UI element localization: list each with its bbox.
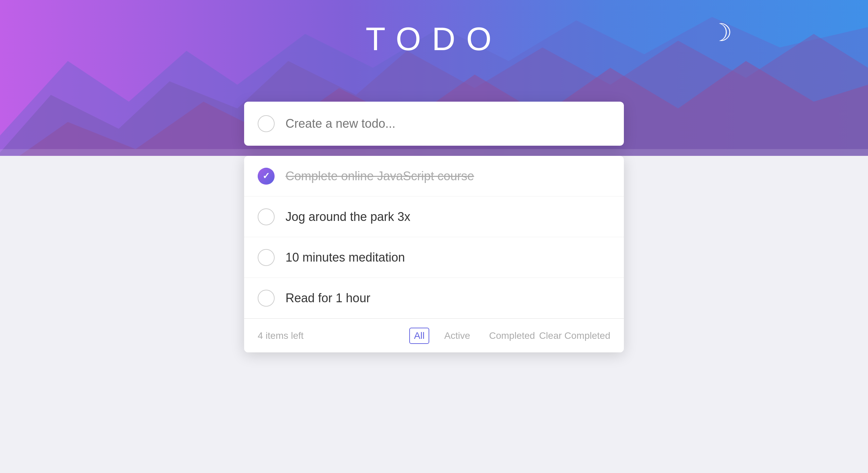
todo-checkbox-4[interactable]: [258, 290, 275, 307]
filter-active-button[interactable]: Active: [440, 328, 474, 343]
todo-item: Complete online JavaScript course: [244, 156, 624, 197]
todo-item: Jog around the park 3x: [244, 197, 624, 237]
todo-checkbox-2[interactable]: [258, 208, 275, 225]
new-todo-checkbox[interactable]: [258, 115, 275, 132]
items-left-count: 4 items left: [258, 330, 409, 341]
app-title: TODO: [366, 20, 502, 58]
main-content: Complete online JavaScript course Jog ar…: [244, 102, 624, 352]
todo-text-1: Complete online JavaScript course: [285, 169, 474, 183]
todo-checkbox-1[interactable]: [258, 168, 275, 185]
new-todo-container: [244, 102, 624, 146]
todo-item: 10 minutes meditation: [244, 237, 624, 278]
todo-item: Read for 1 hour: [244, 278, 624, 318]
todo-checkbox-3[interactable]: [258, 249, 275, 266]
todo-text-2: Jog around the park 3x: [285, 210, 410, 224]
todo-text-4: Read for 1 hour: [285, 291, 370, 305]
todo-footer: 4 items left All Active Completed Clear …: [244, 318, 624, 352]
filter-all-button[interactable]: All: [409, 328, 429, 344]
new-todo-input[interactable]: [285, 117, 610, 131]
dark-mode-button[interactable]: ☽: [710, 20, 732, 45]
todo-text-3: 10 minutes meditation: [285, 250, 405, 265]
filter-group: All Active Completed: [409, 328, 539, 344]
clear-completed-button[interactable]: Clear Completed: [539, 330, 610, 341]
filter-completed-button[interactable]: Completed: [485, 328, 539, 343]
todo-list: Complete online JavaScript course Jog ar…: [244, 156, 624, 352]
